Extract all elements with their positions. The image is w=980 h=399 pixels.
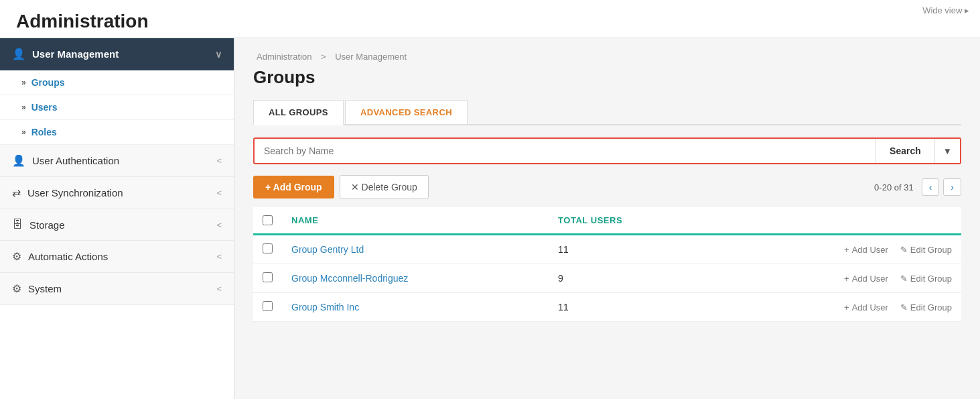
add-group-label: + Add Group	[265, 182, 322, 192]
roles-arrow: »	[21, 127, 26, 137]
row-checkbox-1[interactable]	[263, 272, 273, 282]
group-name-link-1[interactable]: Group Mcconnell-Rodriguez	[291, 273, 408, 284]
pagination: 0-20 of 31 ‹ ›	[874, 178, 961, 196]
auto-actions-icon: ⚙	[12, 250, 21, 263]
breadcrumb-current: User Management	[335, 52, 407, 62]
users-label: Users	[31, 102, 58, 113]
sidebar: 👤 User Management ∨ » Groups » Users » R…	[0, 38, 234, 399]
user-auth-chevron: <	[216, 156, 222, 166]
breadcrumb: Administration > User Management	[253, 52, 961, 62]
add-user-label-2: Add User	[852, 302, 888, 312]
row-check-2	[253, 293, 282, 322]
user-management-chevron: ∨	[215, 49, 222, 60]
edit-group-label-1: Edit Group	[910, 274, 952, 284]
row-actions-1: + Add User ✎ Edit Group	[712, 264, 961, 293]
add-user-link-2[interactable]: + Add User	[844, 302, 888, 312]
sidebar-item-roles[interactable]: » Roles	[0, 120, 234, 145]
tab-all-groups[interactable]: ALL GROUPS	[253, 100, 344, 125]
delete-group-label: ✕ Delete Group	[351, 182, 417, 192]
sidebar-system[interactable]: ⚙ System <	[0, 273, 234, 305]
sidebar-storage[interactable]: 🗄 Storage <	[0, 209, 234, 241]
sidebar-user-management[interactable]: 👤 User Management ∨	[0, 38, 234, 70]
user-auth-label: User Authentication	[32, 155, 119, 166]
breadcrumb-root: Administration	[257, 52, 311, 62]
sidebar-user-synchronization[interactable]: ⇄ User Synchronization <	[0, 177, 234, 209]
auto-actions-label: Automatic Actions	[28, 251, 108, 262]
plus-icon-1: +	[844, 274, 849, 284]
search-dropdown-button[interactable]: ▼	[934, 139, 960, 163]
row-check-1	[253, 264, 282, 293]
edit-group-link-0[interactable]: ✎ Edit Group	[900, 245, 952, 255]
user-sync-chevron: <	[216, 188, 222, 198]
pagination-prev[interactable]: ‹	[922, 178, 940, 196]
tab-advanced-search[interactable]: ADVANCED SEARCH	[345, 100, 468, 124]
row-total-users-0: 11	[549, 235, 712, 264]
edit-icon-1: ✎	[900, 274, 908, 284]
row-actions-2: + Add User ✎ Edit Group	[712, 293, 961, 322]
storage-icon: 🗄	[12, 219, 23, 231]
table-row: Group Smith Inc 11 + Add User ✎ Edit Gro…	[253, 293, 961, 322]
roles-label: Roles	[31, 127, 57, 137]
groups-label: Groups	[31, 77, 65, 88]
user-management-label: User Management	[32, 48, 119, 60]
sidebar-user-authentication[interactable]: 👤 User Authentication <	[0, 145, 234, 177]
chevron-down-icon: ▼	[943, 146, 952, 156]
edit-group-label-0: Edit Group	[910, 245, 952, 255]
row-checkbox-0[interactable]	[263, 243, 273, 253]
edit-group-label-2: Edit Group	[910, 302, 952, 312]
add-user-link-0[interactable]: + Add User	[844, 245, 888, 255]
auto-actions-chevron: <	[216, 251, 222, 262]
row-name-1: Group Mcconnell-Rodriguez	[282, 264, 549, 293]
groups-arrow: »	[21, 78, 26, 87]
page-title: Administration	[16, 11, 964, 32]
row-actions-0: + Add User ✎ Edit Group	[712, 235, 961, 264]
table-row: Group Gentry Ltd 11 + Add User ✎ Edit Gr…	[253, 235, 961, 264]
toolbar: + Add Group ✕ Delete Group 0-20 of 31 ‹ …	[253, 175, 961, 199]
edit-group-link-2[interactable]: ✎ Edit Group	[900, 302, 952, 312]
plus-icon-2: +	[844, 302, 849, 312]
system-chevron: <	[216, 284, 222, 294]
th-check	[253, 207, 282, 235]
wide-view-link[interactable]: Wide view ▸	[922, 5, 969, 15]
th-total-users: TOTAL USERS	[549, 207, 712, 235]
table-header-row: NAME TOTAL USERS	[253, 207, 961, 235]
edit-group-link-1[interactable]: ✎ Edit Group	[900, 274, 952, 284]
edit-icon-0: ✎	[900, 245, 908, 255]
row-name-2: Group Smith Inc	[282, 293, 549, 322]
row-checkbox-2[interactable]	[263, 301, 273, 311]
add-user-label-0: Add User	[852, 245, 888, 255]
user-sync-label: User Synchronization	[27, 187, 123, 198]
user-management-icon: 👤	[12, 48, 25, 60]
plus-icon-0: +	[844, 245, 849, 255]
search-button[interactable]: Search	[876, 139, 934, 163]
system-icon: ⚙	[12, 282, 21, 295]
sidebar-automatic-actions[interactable]: ⚙ Automatic Actions <	[0, 241, 234, 273]
row-total-users-2: 11	[549, 293, 712, 322]
table-row: Group Mcconnell-Rodriguez 9 + Add User ✎…	[253, 264, 961, 293]
user-sync-icon: ⇄	[12, 186, 21, 199]
group-name-link-0[interactable]: Group Gentry Ltd	[291, 244, 364, 255]
user-management-left: 👤 User Management	[12, 48, 119, 60]
group-name-link-2[interactable]: Group Smith Inc	[291, 302, 359, 312]
breadcrumb-separator: >	[321, 52, 328, 62]
select-all-checkbox[interactable]	[263, 215, 273, 225]
groups-page-title: Groups	[253, 67, 961, 88]
groups-table: NAME TOTAL USERS Group Gentry Ltd 11	[253, 207, 961, 322]
users-arrow: »	[21, 103, 26, 112]
search-bar: Search ▼	[253, 137, 961, 164]
add-user-label-1: Add User	[852, 274, 888, 284]
search-input[interactable]	[255, 139, 876, 163]
row-check-0	[253, 235, 282, 264]
main-layout: 👤 User Management ∨ » Groups » Users » R…	[0, 38, 980, 399]
delete-group-button[interactable]: ✕ Delete Group	[340, 175, 429, 199]
pagination-next[interactable]: ›	[943, 178, 961, 196]
sidebar-item-users[interactable]: » Users	[0, 95, 234, 120]
th-actions	[712, 207, 961, 235]
sidebar-item-groups[interactable]: » Groups	[0, 70, 234, 95]
toolbar-left: + Add Group ✕ Delete Group	[253, 175, 429, 199]
add-group-button[interactable]: + Add Group	[253, 176, 334, 198]
system-label: System	[28, 283, 62, 294]
storage-label: Storage	[29, 219, 65, 231]
add-user-link-1[interactable]: + Add User	[844, 274, 888, 284]
row-name-0: Group Gentry Ltd	[282, 235, 549, 264]
